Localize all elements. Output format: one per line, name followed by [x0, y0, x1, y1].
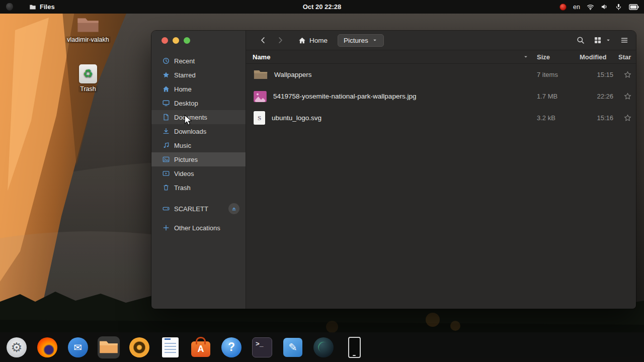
star-outline-icon — [624, 71, 631, 78]
view-options-caret-icon[interactable] — [605, 37, 611, 43]
ubuntu-software-icon: A — [191, 341, 210, 357]
back-button[interactable] — [257, 34, 269, 46]
battery-icon[interactable] — [629, 4, 639, 10]
column-header-size[interactable]: Size — [537, 53, 580, 61]
eject-button[interactable] — [228, 203, 239, 214]
clock-icon — [163, 57, 170, 64]
sidebar-item-music[interactable]: Music — [151, 138, 246, 152]
column-label: Name — [253, 53, 270, 61]
sidebar-item-downloads[interactable]: Downloads — [151, 124, 246, 138]
sidebar-item-label: Music — [174, 142, 191, 149]
keyboard-layout-indicator[interactable]: en — [573, 4, 580, 11]
recycle-glyph: ♻ — [83, 68, 93, 79]
svg-letter-glyph: S — [258, 114, 261, 122]
settings-gear-icon: ⚙ — [7, 337, 27, 357]
forward-button[interactable] — [274, 34, 286, 46]
files-window: Recent Starred Home Desktop Documents — [151, 30, 636, 309]
sidebar-item-pictures[interactable]: Pictures — [151, 152, 246, 166]
sidebar-item-label: Starred — [174, 71, 196, 79]
file-name: Wallpappers — [274, 71, 312, 78]
window-controls — [151, 31, 246, 50]
sidebar-item-starred[interactable]: Starred — [151, 68, 246, 82]
libreoffice-writer-icon — [162, 337, 179, 357]
star-toggle[interactable] — [617, 114, 636, 122]
dock-item-ubuntu-software[interactable]: A — [190, 336, 212, 358]
pencil-glyph: ✎ — [288, 342, 297, 352]
close-button[interactable] — [162, 37, 168, 44]
distro-logo-icon[interactable] — [6, 3, 13, 11]
star-toggle[interactable] — [617, 71, 636, 78]
dock-item-web-browser[interactable] — [312, 336, 335, 358]
file-row[interactable]: 5419758-yosemite-national-park-wallpaper… — [246, 85, 636, 107]
home-icon — [298, 37, 306, 44]
dock-item-libreoffice-writer[interactable] — [159, 336, 181, 358]
file-size: 3.2 kB — [537, 114, 580, 122]
search-icon[interactable] — [577, 36, 585, 44]
path-home-button[interactable]: Home — [298, 37, 328, 44]
dock: ⚙ ✉ A ? — [0, 332, 644, 362]
sidebar-item-recent[interactable]: Recent — [151, 54, 246, 68]
dock-item-text-editor[interactable]: ✎ — [282, 336, 304, 358]
sidebar-item-videos[interactable]: Videos — [151, 166, 246, 180]
minimize-button[interactable] — [173, 37, 179, 44]
file-name: 5419758-yosemite-national-park-wallpaper… — [273, 93, 416, 100]
file-row[interactable]: S ubuntu_logo.svg 3.2 kB 15:16 — [246, 107, 636, 129]
sidebar-item-home[interactable]: Home — [151, 82, 246, 96]
network-icon[interactable] — [587, 3, 594, 11]
sidebar-item-other-locations[interactable]: Other Locations — [151, 221, 246, 235]
dock-item-help[interactable]: ? — [220, 336, 243, 358]
svg-file-icon: S — [254, 111, 265, 125]
dock-item-firefox[interactable] — [36, 336, 58, 358]
rhythmbox-icon — [129, 337, 149, 357]
sidebar: Recent Starred Home Desktop Documents — [151, 31, 246, 309]
dock-item-thunderbird[interactable]: ✉ — [67, 336, 89, 358]
dock-item-terminal[interactable]: >_ — [251, 336, 273, 358]
clock[interactable]: Oct 20 22:28 — [303, 3, 342, 11]
trash-bin-icon: ♻ — [79, 64, 97, 83]
column-header-star[interactable]: Star — [617, 53, 636, 61]
screen: Files Oct 20 22:28 en vladimir-valakh ♻ … — [0, 0, 644, 362]
grid-view-icon[interactable] — [594, 36, 602, 44]
sidebar-item-documents[interactable]: Documents — [151, 110, 246, 124]
screen-record-indicator-icon[interactable] — [559, 4, 567, 11]
app-menu[interactable]: Files — [29, 3, 55, 11]
volume-icon[interactable] — [601, 3, 608, 11]
column-header-modified[interactable]: Modified — [580, 53, 617, 61]
sidebar-item-trash[interactable]: Trash — [151, 180, 246, 195]
path-current-button[interactable]: Pictures — [338, 34, 384, 47]
back-icon — [259, 36, 267, 44]
star-toggle[interactable] — [617, 93, 636, 100]
envelope-glyph: ✉ — [74, 342, 83, 352]
phone-icon — [348, 337, 361, 358]
path-current-label: Pictures — [344, 37, 368, 44]
file-modified: 15:16 — [580, 114, 617, 122]
mouse-cursor — [184, 115, 192, 126]
column-header-name[interactable]: Name — [246, 53, 537, 61]
hamburger-menu-icon[interactable] — [620, 36, 628, 44]
files-folder-icon — [29, 4, 36, 11]
home-folder-icon — [77, 16, 99, 34]
download-icon — [163, 128, 170, 135]
dock-item-files[interactable] — [98, 336, 120, 358]
app-menu-label: Files — [40, 3, 55, 11]
sidebar-item-device-scarlett[interactable]: SCARLETT — [151, 202, 246, 216]
desktop-icon-trash[interactable]: ♻ Trash — [68, 64, 108, 93]
sidebar-item-label: Trash — [174, 184, 191, 192]
desktop-icon-label: vladimir-valakh — [65, 36, 110, 43]
dock-item-settings[interactable]: ⚙ — [6, 336, 28, 358]
path-home-label: Home — [309, 37, 328, 44]
microphone-icon[interactable] — [615, 3, 622, 11]
desktop-icon-home-folder[interactable]: vladimir-valakh — [68, 16, 108, 43]
maximize-button[interactable] — [184, 37, 190, 44]
video-icon — [163, 170, 170, 177]
sidebar-item-desktop[interactable]: Desktop — [151, 96, 246, 110]
image-icon — [163, 156, 170, 163]
file-modified: 22:26 — [580, 93, 617, 100]
file-size: 1.7 MB — [537, 93, 580, 100]
dock-item-rhythmbox[interactable] — [128, 336, 150, 358]
file-row[interactable]: Wallpappers 7 items 15:15 — [246, 64, 636, 85]
dock-item-phone[interactable] — [343, 336, 365, 358]
file-name: ubuntu_logo.svg — [272, 114, 321, 122]
file-browser-pane: Home Pictures Name — [246, 31, 636, 309]
window-toolbar: Home Pictures — [246, 31, 636, 50]
